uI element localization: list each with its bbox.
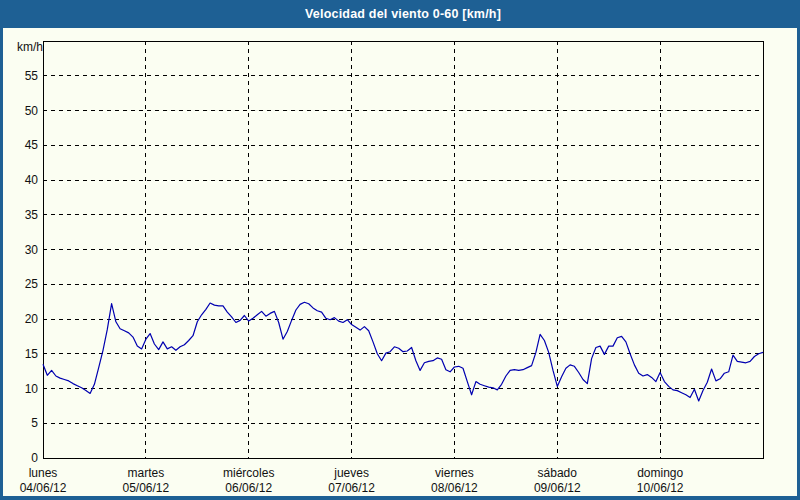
y-tick-label: 55 <box>25 69 39 83</box>
y-tick-label: 5 <box>31 416 38 430</box>
x-day-label: sábado <box>538 466 578 480</box>
x-date-label: 04/06/12 <box>20 481 67 495</box>
x-date-label: 10/06/12 <box>637 481 684 495</box>
chart-window: Velocidad del viento 0-60 [km/h] 0510152… <box>0 0 800 500</box>
y-tick-label: 25 <box>25 277 39 291</box>
y-tick-label: 30 <box>25 243 39 257</box>
y-tick-label: 0 <box>31 451 38 465</box>
wind-speed-line <box>43 302 763 401</box>
x-day-label: martes <box>128 466 165 480</box>
wind-chart: 0510152025303540455055km/hlunes04/06/12m… <box>3 0 800 500</box>
x-day-label: miércoles <box>223 466 274 480</box>
x-day-label: domingo <box>637 466 683 480</box>
y-tick-label: 10 <box>25 382 39 396</box>
x-day-label: viernes <box>435 466 474 480</box>
y-tick-label: 20 <box>25 312 39 326</box>
x-date-label: 09/06/12 <box>534 481 581 495</box>
y-tick-label: 35 <box>25 208 39 222</box>
y-tick-label: 45 <box>25 138 39 152</box>
y-tick-label: 50 <box>25 104 39 118</box>
x-date-label: 08/06/12 <box>431 481 478 495</box>
x-date-label: 07/06/12 <box>328 481 375 495</box>
y-axis-unit-label: km/h <box>17 40 43 54</box>
x-date-label: 06/06/12 <box>225 481 272 495</box>
y-tick-label: 40 <box>25 173 39 187</box>
x-day-label: jueves <box>333 466 369 480</box>
x-date-label: 05/06/12 <box>122 481 169 495</box>
x-day-label: lunes <box>29 466 58 480</box>
y-tick-label: 15 <box>25 347 39 361</box>
